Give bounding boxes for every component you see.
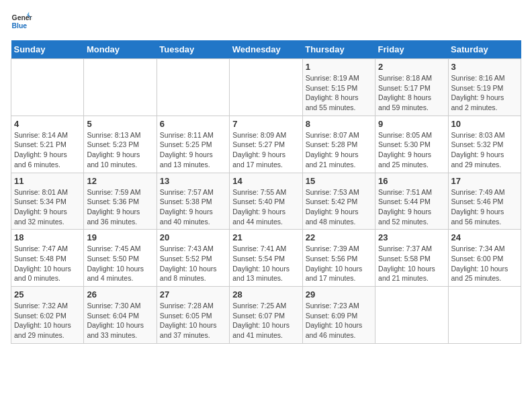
column-header-saturday: Saturday bbox=[448, 40, 521, 59]
day-number: 20 bbox=[160, 232, 226, 242]
day-number: 15 bbox=[306, 176, 372, 186]
column-header-sunday: Sunday bbox=[11, 40, 84, 59]
day-info: Sunrise: 7:30 AM Sunset: 6:04 PM Dayligh… bbox=[87, 301, 153, 340]
calendar-cell: 12Sunrise: 7:59 AM Sunset: 5:36 PM Dayli… bbox=[84, 173, 157, 230]
day-number: 11 bbox=[14, 176, 81, 186]
day-info: Sunrise: 7:23 AM Sunset: 6:09 PM Dayligh… bbox=[306, 301, 372, 340]
day-info: Sunrise: 8:09 AM Sunset: 5:27 PM Dayligh… bbox=[232, 130, 299, 170]
column-header-wednesday: Wednesday bbox=[230, 40, 302, 59]
calendar-cell: 2Sunrise: 8:18 AM Sunset: 5:17 PM Daylig… bbox=[375, 59, 448, 116]
day-number: 28 bbox=[232, 289, 299, 300]
day-info: Sunrise: 7:28 AM Sunset: 6:05 PM Dayligh… bbox=[160, 301, 226, 340]
day-number: 16 bbox=[378, 176, 445, 186]
calendar-cell: 16Sunrise: 7:51 AM Sunset: 5:44 PM Dayli… bbox=[375, 173, 448, 230]
day-info: Sunrise: 7:57 AM Sunset: 5:38 PM Dayligh… bbox=[160, 187, 226, 227]
column-header-monday: Monday bbox=[84, 40, 157, 59]
day-info: Sunrise: 7:47 AM Sunset: 5:48 PM Dayligh… bbox=[14, 244, 81, 283]
calendar-cell: 14Sunrise: 7:55 AM Sunset: 5:40 PM Dayli… bbox=[230, 173, 302, 230]
calendar-week-3: 11Sunrise: 8:01 AM Sunset: 5:34 PM Dayli… bbox=[11, 173, 521, 230]
calendar-cell bbox=[157, 59, 229, 116]
day-number: 24 bbox=[451, 232, 518, 242]
day-number: 7 bbox=[232, 119, 299, 129]
calendar-cell: 26Sunrise: 7:30 AM Sunset: 6:04 PM Dayli… bbox=[84, 287, 157, 344]
column-header-tuesday: Tuesday bbox=[157, 40, 229, 59]
calendar-cell: 8Sunrise: 8:07 AM Sunset: 5:28 PM Daylig… bbox=[302, 116, 375, 173]
day-number: 18 bbox=[14, 232, 81, 242]
calendar-cell: 28Sunrise: 7:25 AM Sunset: 6:07 PM Dayli… bbox=[230, 287, 302, 344]
day-info: Sunrise: 7:32 AM Sunset: 6:02 PM Dayligh… bbox=[14, 301, 81, 340]
calendar-cell: 19Sunrise: 7:45 AM Sunset: 5:50 PM Dayli… bbox=[84, 230, 157, 287]
day-number: 10 bbox=[451, 119, 518, 129]
calendar-cell: 5Sunrise: 8:13 AM Sunset: 5:23 PM Daylig… bbox=[84, 116, 157, 173]
day-info: Sunrise: 7:37 AM Sunset: 5:58 PM Dayligh… bbox=[378, 244, 445, 283]
day-number: 26 bbox=[87, 289, 153, 300]
day-number: 4 bbox=[14, 119, 81, 129]
day-number: 21 bbox=[232, 232, 299, 242]
page-header: General Blue bbox=[11, 11, 521, 32]
day-info: Sunrise: 7:59 AM Sunset: 5:36 PM Dayligh… bbox=[87, 187, 153, 227]
logo-icon: General Blue bbox=[11, 11, 32, 32]
day-info: Sunrise: 8:19 AM Sunset: 5:15 PM Dayligh… bbox=[306, 73, 372, 113]
day-number: 9 bbox=[378, 119, 445, 129]
calendar-cell bbox=[448, 287, 521, 344]
day-info: Sunrise: 8:05 AM Sunset: 5:30 PM Dayligh… bbox=[378, 130, 445, 170]
calendar-cell: 9Sunrise: 8:05 AM Sunset: 5:30 PM Daylig… bbox=[375, 116, 448, 173]
calendar-cell: 25Sunrise: 7:32 AM Sunset: 6:02 PM Dayli… bbox=[11, 287, 84, 344]
day-info: Sunrise: 7:34 AM Sunset: 6:00 PM Dayligh… bbox=[451, 244, 518, 283]
calendar-cell: 21Sunrise: 7:41 AM Sunset: 5:54 PM Dayli… bbox=[230, 230, 302, 287]
day-number: 25 bbox=[14, 289, 81, 300]
day-number: 12 bbox=[87, 176, 153, 186]
calendar-cell: 17Sunrise: 7:49 AM Sunset: 5:46 PM Dayli… bbox=[448, 173, 521, 230]
calendar-cell: 27Sunrise: 7:28 AM Sunset: 6:05 PM Dayli… bbox=[157, 287, 229, 344]
calendar-cell bbox=[230, 59, 302, 116]
column-header-thursday: Thursday bbox=[302, 40, 375, 59]
day-number: 8 bbox=[306, 119, 372, 129]
day-info: Sunrise: 8:01 AM Sunset: 5:34 PM Dayligh… bbox=[14, 187, 81, 227]
day-info: Sunrise: 7:49 AM Sunset: 5:46 PM Dayligh… bbox=[451, 187, 518, 227]
day-number: 22 bbox=[306, 232, 372, 242]
day-info: Sunrise: 7:53 AM Sunset: 5:42 PM Dayligh… bbox=[306, 187, 372, 227]
calendar-cell: 24Sunrise: 7:34 AM Sunset: 6:00 PM Dayli… bbox=[448, 230, 521, 287]
calendar-cell: 22Sunrise: 7:39 AM Sunset: 5:56 PM Dayli… bbox=[302, 230, 375, 287]
day-number: 29 bbox=[306, 289, 372, 300]
day-number: 5 bbox=[87, 119, 153, 129]
calendar-table: SundayMondayTuesdayWednesdayThursdayFrid… bbox=[11, 40, 521, 344]
svg-text:Blue: Blue bbox=[12, 22, 28, 30]
calendar-week-4: 18Sunrise: 7:47 AM Sunset: 5:48 PM Dayli… bbox=[11, 230, 521, 287]
calendar-cell bbox=[375, 287, 448, 344]
day-info: Sunrise: 7:41 AM Sunset: 5:54 PM Dayligh… bbox=[232, 244, 299, 283]
day-number: 14 bbox=[232, 176, 299, 186]
day-info: Sunrise: 8:11 AM Sunset: 5:25 PM Dayligh… bbox=[160, 130, 226, 170]
day-info: Sunrise: 7:55 AM Sunset: 5:40 PM Dayligh… bbox=[232, 187, 299, 227]
calendar-cell bbox=[84, 59, 157, 116]
calendar-week-2: 4Sunrise: 8:14 AM Sunset: 5:21 PM Daylig… bbox=[11, 116, 521, 173]
day-info: Sunrise: 8:03 AM Sunset: 5:32 PM Dayligh… bbox=[451, 130, 518, 170]
day-number: 6 bbox=[160, 119, 226, 129]
calendar-cell: 11Sunrise: 8:01 AM Sunset: 5:34 PM Dayli… bbox=[11, 173, 84, 230]
day-info: Sunrise: 7:51 AM Sunset: 5:44 PM Dayligh… bbox=[378, 187, 445, 227]
day-number: 1 bbox=[306, 62, 372, 72]
day-number: 3 bbox=[451, 62, 518, 72]
day-number: 23 bbox=[378, 232, 445, 242]
column-header-friday: Friday bbox=[375, 40, 448, 59]
calendar-cell: 15Sunrise: 7:53 AM Sunset: 5:42 PM Dayli… bbox=[302, 173, 375, 230]
calendar-cell: 4Sunrise: 8:14 AM Sunset: 5:21 PM Daylig… bbox=[11, 116, 84, 173]
calendar-header-row: SundayMondayTuesdayWednesdayThursdayFrid… bbox=[11, 40, 521, 59]
day-info: Sunrise: 7:25 AM Sunset: 6:07 PM Dayligh… bbox=[232, 301, 299, 340]
calendar-cell bbox=[11, 59, 84, 116]
day-number: 17 bbox=[451, 176, 518, 186]
calendar-cell: 20Sunrise: 7:43 AM Sunset: 5:52 PM Dayli… bbox=[157, 230, 229, 287]
day-number: 2 bbox=[378, 62, 445, 72]
day-info: Sunrise: 8:13 AM Sunset: 5:23 PM Dayligh… bbox=[87, 130, 153, 170]
calendar-cell: 10Sunrise: 8:03 AM Sunset: 5:32 PM Dayli… bbox=[448, 116, 521, 173]
calendar-week-1: 1Sunrise: 8:19 AM Sunset: 5:15 PM Daylig… bbox=[11, 59, 521, 116]
calendar-cell: 29Sunrise: 7:23 AM Sunset: 6:09 PM Dayli… bbox=[302, 287, 375, 344]
day-number: 13 bbox=[160, 176, 226, 186]
day-info: Sunrise: 8:07 AM Sunset: 5:28 PM Dayligh… bbox=[306, 130, 372, 170]
calendar-cell: 6Sunrise: 8:11 AM Sunset: 5:25 PM Daylig… bbox=[157, 116, 229, 173]
calendar-cell: 1Sunrise: 8:19 AM Sunset: 5:15 PM Daylig… bbox=[302, 59, 375, 116]
calendar-cell: 18Sunrise: 7:47 AM Sunset: 5:48 PM Dayli… bbox=[11, 230, 84, 287]
logo: General Blue bbox=[11, 11, 35, 32]
day-info: Sunrise: 7:45 AM Sunset: 5:50 PM Dayligh… bbox=[87, 244, 153, 283]
day-info: Sunrise: 8:14 AM Sunset: 5:21 PM Dayligh… bbox=[14, 130, 81, 170]
